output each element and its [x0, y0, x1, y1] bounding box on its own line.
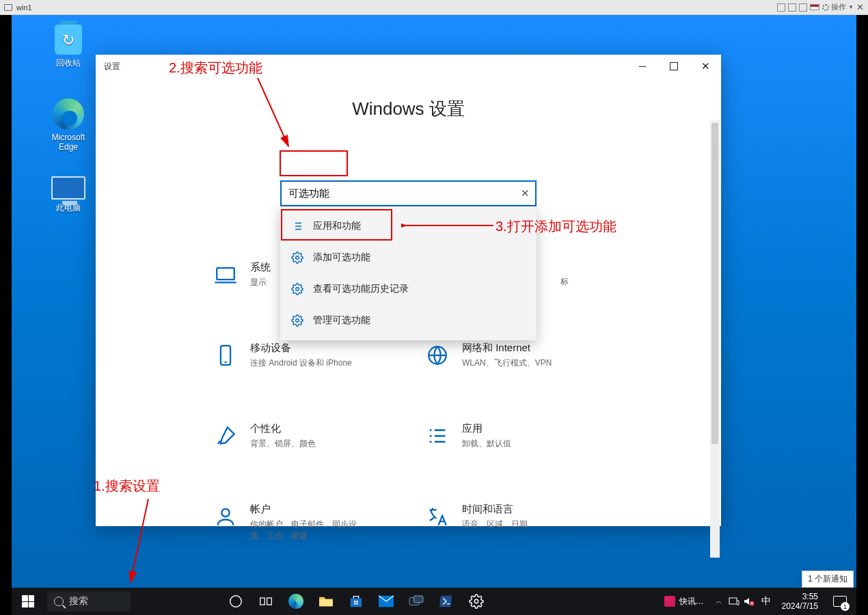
taskbar-clock[interactable]: 3:55 2024/7/15 — [778, 592, 822, 611]
category-devices[interactable]: 移动设备连接 Android 设备和 iPhone — [212, 342, 352, 369]
gear-icon — [291, 251, 303, 264]
network-connected-icon[interactable] — [729, 596, 740, 607]
settings-window-name: 设置 — [104, 61, 120, 72]
taskbar-settings[interactable] — [461, 588, 491, 615]
volume-muted-icon[interactable] — [744, 596, 755, 607]
system-tray: 快讯… ︿ 中 3:55 2024/7/15 1 — [659, 588, 856, 615]
svg-point-7 — [296, 288, 299, 291]
suggestion-label: 添加可选功能 — [313, 251, 370, 264]
close-button[interactable]: ✕ — [690, 55, 721, 78]
category-network[interactable]: 网络和 InternetWLAN、飞行模式、VPN — [424, 342, 552, 369]
vm-close-button[interactable]: ✕ — [856, 2, 864, 12]
suggestion-add-optional-feature[interactable]: 添加可选功能 — [280, 242, 537, 273]
gear-icon — [291, 314, 303, 327]
search-icon — [54, 597, 64, 606]
category-apps[interactable]: 应用卸载、默认值 — [424, 422, 511, 450]
category-desc-fragment: 标 — [560, 276, 569, 288]
maximize-button[interactable] — [658, 55, 690, 78]
suggestion-label: 查看可选功能历史记录 — [313, 283, 409, 295]
us-flag-icon — [810, 4, 819, 10]
settings-window: 设置 ✕ Windows 设置 ✕ — [96, 55, 721, 526]
tray-overflow-icon[interactable]: ︿ — [714, 596, 724, 607]
category-personalization[interactable]: 个性化背景、锁屏、颜色 — [212, 422, 316, 450]
vm-action-menu[interactable]: 操作 ▼ — [822, 2, 854, 12]
settings-search-input[interactable] — [288, 188, 521, 200]
action-center-button[interactable]: 1 — [826, 588, 854, 615]
svg-point-25 — [230, 596, 242, 607]
taskbar-mail[interactable] — [371, 588, 401, 615]
phone-icon — [212, 342, 239, 369]
svg-point-6 — [296, 256, 299, 260]
svg-rect-31 — [356, 601, 357, 602]
suggestion-feature-history[interactable]: 查看可选功能历史记录 — [280, 273, 537, 305]
gear-icon — [822, 4, 829, 11]
ime-indicator[interactable]: 中 — [759, 595, 774, 607]
svg-point-21 — [221, 509, 229, 517]
taskbar-taskview[interactable] — [251, 588, 281, 615]
page-title: Windows 设置 — [96, 97, 721, 121]
globe-icon — [424, 342, 451, 369]
category-system[interactable]: 系统显示 — [212, 261, 271, 288]
svg-rect-26 — [260, 598, 265, 605]
clear-search-icon[interactable]: ✕ — [521, 187, 530, 200]
taskbar-explorer[interactable] — [311, 588, 341, 615]
language-icon — [424, 503, 451, 530]
svg-rect-32 — [354, 603, 355, 604]
taskbar: 搜索 快讯… ︿ 中 3:55 — [12, 588, 856, 615]
windows-logo-icon — [22, 595, 34, 607]
edge-icon — [53, 98, 84, 130]
taskbar-store[interactable] — [341, 588, 371, 615]
vm-view-button-1[interactable] — [777, 3, 785, 12]
settings-titlebar[interactable]: 设置 ✕ — [96, 55, 721, 78]
windows-desktop[interactable]: 回收站 Microsoft Edge 此电脑 设置 ✕ Windows 设置 — [12, 15, 856, 615]
svg-rect-30 — [354, 601, 355, 602]
desktop-icon-edge[interactable]: Microsoft Edge — [42, 98, 94, 152]
taskbar-powershell[interactable] — [431, 588, 461, 615]
taskbar-cortana[interactable] — [221, 588, 251, 615]
settings-body: Windows 设置 ✕ 应用和功能 — [96, 97, 721, 545]
vm-viewport: 回收站 Microsoft Edge 此电脑 设置 ✕ Windows 设置 — [0, 15, 868, 615]
letterbox — [856, 15, 868, 615]
vm-view-button-3[interactable] — [799, 3, 807, 12]
desktop-icon-this-pc[interactable]: 此电脑 — [42, 176, 94, 214]
svg-rect-27 — [267, 598, 272, 605]
taskbar-news-widget[interactable]: 快讯… — [659, 596, 709, 607]
settings-search-box[interactable]: ✕ — [280, 180, 537, 206]
gear-icon — [291, 283, 303, 295]
suggestion-apps-features[interactable]: 应用和功能 — [280, 210, 537, 242]
suggestion-manage-features[interactable]: 管理可选功能 — [280, 305, 537, 336]
brush-icon — [212, 422, 239, 450]
svg-point-37 — [474, 599, 478, 603]
svg-rect-36 — [413, 596, 423, 603]
svg-rect-9 — [217, 268, 234, 279]
vm-icon — [4, 4, 12, 11]
taskbar-vmware[interactable] — [401, 588, 431, 615]
category-time-language[interactable]: 时间和语言语音、区域、日期 — [424, 503, 528, 530]
suggestion-label: 管理可选功能 — [313, 314, 370, 327]
svg-point-8 — [296, 319, 299, 323]
recycle-bin-icon — [55, 25, 82, 55]
suggestion-label: 应用和功能 — [313, 220, 361, 232]
vm-view-button-2[interactable] — [788, 3, 796, 12]
news-icon — [664, 596, 675, 607]
taskbar-search[interactable]: 搜索 — [47, 591, 131, 612]
scrollbar-thumb[interactable] — [711, 123, 718, 444]
svg-rect-38 — [729, 598, 737, 604]
desktop-icon-recycle-bin[interactable]: 回收站 — [42, 25, 94, 69]
minimize-button[interactable] — [627, 55, 658, 78]
laptop-icon — [212, 261, 239, 288]
start-button[interactable] — [12, 588, 44, 615]
svg-rect-33 — [356, 603, 357, 604]
list-icon — [291, 220, 303, 232]
vm-title: win1 — [16, 3, 32, 12]
settings-scrollbar[interactable] — [710, 120, 720, 558]
svg-rect-28 — [319, 599, 333, 606]
notification-tooltip: 1 个新通知 — [802, 571, 854, 588]
person-icon — [212, 503, 239, 530]
vm-host-titlebar: win1 操作 ▼ ✕ — [0, 0, 868, 15]
apps-list-icon — [424, 422, 451, 450]
svg-rect-29 — [351, 598, 362, 607]
category-accounts[interactable]: 帐户你的帐户、电子邮件、同步设置、工作、家庭 — [212, 503, 366, 542]
search-suggestions: 应用和功能 添加可选功能 查看可选功能历史记录 — [280, 206, 537, 340]
taskbar-edge[interactable] — [281, 588, 311, 615]
